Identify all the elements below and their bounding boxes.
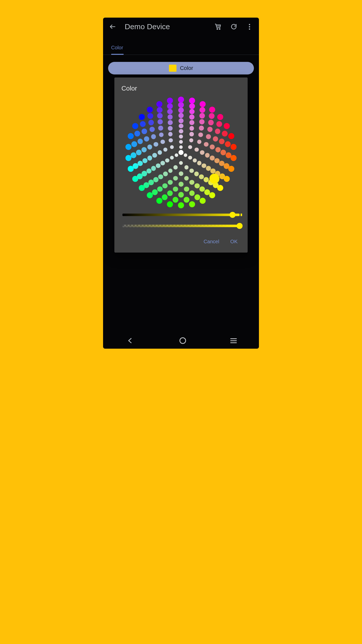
color-dot[interactable] — [199, 113, 205, 118]
color-dot[interactable] — [170, 145, 174, 149]
color-dot[interactable] — [131, 141, 137, 147]
color-dot[interactable] — [125, 144, 131, 150]
color-dot[interactable] — [206, 134, 211, 139]
color-dot[interactable] — [204, 142, 209, 147]
color-dot[interactable] — [228, 133, 234, 139]
color-dot[interactable] — [219, 139, 225, 144]
color-dot[interactable] — [184, 186, 189, 192]
color-dot[interactable] — [160, 161, 165, 165]
color-dot[interactable] — [156, 101, 162, 107]
color-dot[interactable] — [156, 198, 162, 204]
color-dot[interactable] — [168, 120, 173, 125]
color-dot[interactable] — [215, 129, 220, 134]
color-dot[interactable] — [179, 135, 183, 139]
color-dot[interactable] — [208, 120, 214, 125]
tab-color[interactable]: Color — [103, 36, 259, 55]
color-dot[interactable] — [147, 192, 153, 198]
color-dot[interactable] — [184, 197, 190, 203]
color-dot[interactable] — [216, 121, 222, 127]
color-dot[interactable] — [178, 202, 184, 208]
color-dot[interactable] — [144, 136, 149, 142]
color-dot[interactable] — [167, 191, 173, 196]
color-dot[interactable] — [194, 194, 200, 200]
color-dot[interactable] — [178, 182, 184, 187]
color-dot[interactable] — [188, 156, 192, 159]
color-dot[interactable] — [224, 123, 230, 129]
color-dot[interactable] — [199, 107, 205, 113]
brightness-thumb[interactable] — [230, 212, 236, 218]
color-dot[interactable] — [157, 113, 163, 118]
color-dot[interactable] — [163, 172, 168, 176]
color-dot[interactable] — [231, 144, 237, 150]
color-dot[interactable] — [158, 126, 163, 131]
color-dot[interactable] — [224, 176, 230, 182]
color-dot[interactable] — [157, 186, 163, 192]
nav-back-icon[interactable] — [125, 336, 135, 346]
color-dot[interactable] — [154, 142, 158, 147]
color-dot[interactable] — [204, 177, 209, 182]
color-dot[interactable] — [189, 109, 195, 114]
color-dot[interactable] — [139, 185, 145, 191]
color-dot[interactable] — [167, 109, 173, 114]
color-dot[interactable] — [132, 123, 138, 129]
color-dot[interactable] — [150, 127, 155, 132]
color-dot[interactable] — [189, 201, 195, 207]
color-dot[interactable] — [225, 141, 231, 147]
color-dot[interactable] — [125, 155, 131, 161]
color-dot[interactable] — [200, 150, 204, 155]
refresh-icon[interactable] — [229, 22, 239, 32]
color-dot[interactable] — [178, 192, 184, 197]
color-dot[interactable] — [178, 113, 184, 118]
color-dot[interactable] — [189, 180, 194, 185]
color-dot[interactable] — [131, 152, 137, 158]
color-dot[interactable] — [147, 107, 153, 113]
color-dot[interactable] — [231, 155, 237, 161]
color-dot[interactable] — [199, 174, 204, 179]
color-dot[interactable] — [167, 103, 173, 109]
color-dot[interactable] — [189, 120, 194, 125]
color-dot[interactable] — [167, 201, 173, 207]
color-dot[interactable] — [210, 155, 215, 160]
color-dot[interactable] — [138, 139, 143, 144]
color-dot[interactable] — [136, 150, 142, 155]
color-dot[interactable] — [168, 180, 173, 185]
color-dot[interactable] — [189, 191, 195, 196]
color-dot[interactable] — [173, 176, 178, 181]
selected-color-indicator[interactable] — [209, 174, 219, 184]
color-dot[interactable] — [194, 183, 200, 188]
color-dot[interactable] — [175, 153, 178, 157]
color-dot-center[interactable] — [178, 150, 184, 155]
color-dot[interactable] — [158, 150, 162, 155]
color-dot[interactable] — [217, 185, 223, 191]
color-dot[interactable] — [148, 120, 154, 125]
color-dot[interactable] — [147, 155, 152, 160]
nav-recent-icon[interactable] — [230, 338, 237, 343]
color-dot[interactable] — [199, 186, 205, 192]
color-dot[interactable] — [140, 121, 146, 127]
color-dot[interactable] — [179, 145, 183, 149]
color-dot[interactable] — [207, 127, 213, 132]
color-dot[interactable] — [199, 119, 205, 125]
color-dot[interactable] — [197, 161, 202, 165]
color-dot[interactable] — [156, 163, 161, 168]
color-dot[interactable] — [217, 114, 223, 120]
color-dot[interactable] — [205, 153, 210, 158]
color-dot[interactable] — [209, 107, 215, 113]
color-dot[interactable] — [189, 114, 195, 120]
color-dot[interactable] — [179, 124, 184, 129]
color-dot[interactable] — [159, 132, 164, 137]
color-wheel[interactable] — [126, 97, 236, 208]
color-dot[interactable] — [142, 158, 148, 163]
color-dot[interactable] — [178, 102, 184, 108]
color-dot[interactable] — [168, 132, 173, 136]
color-dot[interactable] — [152, 153, 157, 158]
color-dot[interactable] — [173, 197, 178, 203]
color-dot[interactable] — [210, 144, 215, 149]
color-dot[interactable] — [173, 186, 178, 192]
color-dot[interactable] — [198, 132, 203, 137]
color-dot[interactable] — [128, 166, 134, 172]
color-dot[interactable] — [179, 140, 183, 144]
color-dot[interactable] — [222, 131, 228, 137]
color-dot[interactable] — [173, 165, 177, 169]
color-dot[interactable] — [142, 129, 147, 134]
